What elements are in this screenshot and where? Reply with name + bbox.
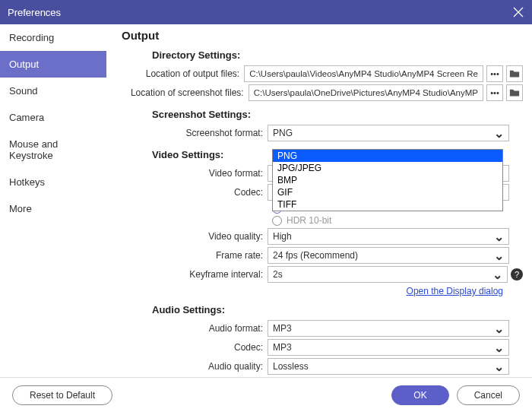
audio-format-value: MP3: [273, 323, 292, 334]
radio-hdr10bit[interactable]: [272, 216, 282, 226]
screenshot-format-select[interactable]: PNG ⌄: [268, 125, 509, 141]
audio-quality-label: Audio quality:: [116, 361, 268, 372]
frame-rate-label: Frame rate:: [116, 250, 268, 261]
dropdown-option-png[interactable]: PNG: [273, 150, 502, 162]
page-title: Output: [122, 29, 523, 42]
audio-section: Audio Settings:: [152, 304, 523, 315]
keyframe-value: 2s: [273, 269, 283, 280]
sidebar-item-mouse-keystroke[interactable]: Mouse and Keystroke: [0, 131, 106, 169]
video-codec-label: Codec:: [116, 187, 268, 198]
close-icon[interactable]: [512, 6, 524, 18]
ok-button[interactable]: OK: [391, 385, 448, 405]
sidebar: Recording Output Sound Camera Mouse and …: [0, 24, 106, 377]
keyframe-select[interactable]: 2s ⌄: [268, 266, 508, 283]
radio-hdr10bit-label: HDR 10-bit: [287, 215, 331, 226]
reset-button[interactable]: Reset to Default: [12, 385, 112, 405]
video-quality-select[interactable]: High ⌄: [268, 228, 509, 245]
sidebar-item-camera[interactable]: Camera: [0, 104, 106, 131]
more-icon[interactable]: •••: [486, 84, 503, 101]
help-icon[interactable]: ?: [511, 268, 523, 280]
chevron-down-icon: ⌄: [494, 360, 504, 374]
chevron-down-icon: ⌄: [494, 322, 504, 336]
dropdown-option-bmp[interactable]: BMP: [273, 174, 502, 186]
dropdown-option-gif[interactable]: GIF: [273, 186, 502, 198]
sidebar-item-more[interactable]: More: [0, 195, 106, 222]
preferences-window: Preferences Recording Output Sound Camer…: [0, 0, 532, 412]
screenshot-path-label: Location of screenshot files:: [116, 87, 249, 98]
audio-codec-label: Codec:: [116, 342, 268, 353]
video-quality-label: Video quality:: [116, 231, 268, 242]
screenshot-path-input[interactable]: C:\Users\paula\OneDrive\Pictures\AnyMP4 …: [249, 84, 483, 101]
cancel-button[interactable]: Cancel: [457, 385, 520, 405]
sidebar-item-recording[interactable]: Recording: [0, 24, 106, 51]
audio-format-label: Audio format:: [116, 323, 268, 334]
frame-rate-value: 24 fps (Recommend): [273, 250, 358, 261]
dropdown-option-jpg[interactable]: JPG/JPEG: [273, 162, 502, 174]
folder-icon[interactable]: [506, 65, 523, 82]
chevron-down-icon: ⌄: [494, 230, 504, 244]
frame-rate-select[interactable]: 24 fps (Recommend) ⌄: [268, 247, 509, 264]
chevron-down-icon: ⌄: [494, 249, 504, 263]
content-panel: Output Directory Settings: Location of o…: [106, 24, 532, 377]
folder-icon[interactable]: [506, 84, 523, 101]
directory-section: Directory Settings:: [152, 49, 523, 61]
audio-format-select[interactable]: MP3 ⌄: [268, 320, 509, 337]
screenshot-format-label: Screenshot format:: [116, 128, 268, 138]
output-path-label: Location of output files:: [116, 68, 244, 79]
screenshot-section: Screenshot Settings:: [152, 109, 523, 120]
screenshot-format-value: PNG: [273, 128, 293, 138]
output-path-input[interactable]: C:\Users\paula\Videos\AnyMP4 Studio\AnyM…: [244, 65, 483, 82]
sidebar-item-sound[interactable]: Sound: [0, 78, 106, 104]
footer: Reset to Default OK Cancel: [0, 377, 532, 412]
window-title: Preferences: [8, 7, 512, 18]
audio-quality-value: Lossless: [273, 361, 309, 372]
display-dialog-link[interactable]: Open the Display dialog: [116, 286, 503, 296]
dropdown-option-tiff[interactable]: TIFF: [273, 198, 502, 211]
chevron-down-icon: ⌄: [494, 126, 504, 141]
screenshot-format-dropdown[interactable]: PNG JPG/JPEG BMP GIF TIFF: [272, 149, 503, 211]
chevron-down-icon: ⌄: [494, 341, 504, 355]
audio-quality-select[interactable]: Lossless ⌄: [268, 358, 509, 375]
keyframe-label: Keyframe interval:: [116, 269, 268, 280]
video-quality-value: High: [273, 231, 292, 242]
sidebar-item-hotkeys[interactable]: Hotkeys: [0, 169, 106, 195]
titlebar: Preferences: [0, 0, 532, 24]
sidebar-item-output[interactable]: Output: [0, 51, 106, 78]
audio-codec-select[interactable]: MP3 ⌄: [268, 339, 509, 356]
more-icon[interactable]: •••: [486, 65, 503, 82]
video-format-label: Video format:: [116, 168, 268, 179]
audio-codec-value: MP3: [273, 342, 292, 353]
chevron-down-icon: ⌄: [492, 268, 502, 282]
